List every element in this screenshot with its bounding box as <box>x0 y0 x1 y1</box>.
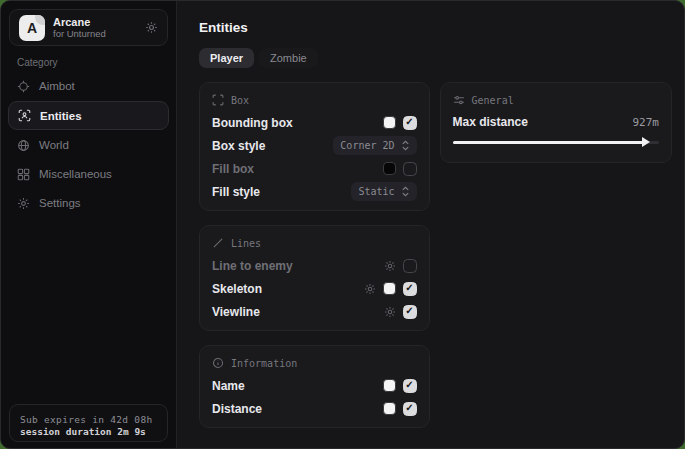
setting-label: Fill style <box>212 185 260 199</box>
box-style-dropdown[interactable]: Corner 2D <box>333 136 416 155</box>
section-title: General <box>472 95 514 106</box>
app-header-card: A Arcane for Unturned <box>9 9 168 46</box>
app-window: A Arcane for Unturned Category <box>0 0 685 449</box>
app-titles: Arcane for Unturned <box>53 16 106 39</box>
color-swatch[interactable] <box>383 402 396 415</box>
sidebar-item-label: World <box>39 139 69 151</box>
dropdown-value: Static <box>358 186 394 197</box>
box-section: Box Bounding box Box style Cor <box>199 82 430 211</box>
dropdown-value: Corner 2D <box>340 140 394 151</box>
general-section: General Max distance 927m <box>440 82 672 163</box>
setting-label: Max distance <box>453 115 528 129</box>
setting-label: Box style <box>212 139 265 153</box>
header-gear-icon[interactable] <box>145 21 158 34</box>
checkbox[interactable] <box>403 282 417 296</box>
category-label: Category <box>17 57 58 68</box>
tab-player[interactable]: Player <box>199 48 254 68</box>
sidebar-item-aimbot[interactable]: Aimbot <box>1 72 176 100</box>
fill-style-dropdown[interactable]: Static <box>351 182 416 201</box>
setting-label: Distance <box>212 402 262 416</box>
sidebar-item-settings[interactable]: Settings <box>1 189 176 217</box>
setting-label: Name <box>212 379 245 393</box>
setting-row-line-to-enemy: Line to enemy <box>212 254 417 277</box>
row-settings-gear-icon[interactable] <box>384 306 396 318</box>
gear-icon <box>17 197 30 210</box>
sidebar-item-entities[interactable]: Entities <box>8 101 169 130</box>
checkbox[interactable] <box>403 116 417 130</box>
setting-row-box-style: Box style Corner 2D <box>212 134 417 157</box>
setting-label: Line to enemy <box>212 259 293 273</box>
setting-label: Fill box <box>212 162 254 176</box>
info-icon <box>212 357 224 369</box>
section-title: Box <box>231 95 249 106</box>
sidebar: A Arcane for Unturned Category <box>1 1 177 448</box>
setting-row-distance: Distance <box>212 397 417 420</box>
grid-icon <box>17 168 30 181</box>
setting-row-bounding-box: Bounding box <box>212 111 417 134</box>
setting-row-fill-style: Fill style Static <box>212 180 417 203</box>
scan-icon <box>18 109 31 122</box>
setting-row-max-distance: Max distance 927m <box>453 111 659 133</box>
setting-label: Bounding box <box>212 116 293 130</box>
row-settings-gear-icon[interactable] <box>364 283 376 295</box>
box-corners-icon <box>212 94 224 106</box>
color-swatch[interactable] <box>383 282 396 295</box>
sidebar-item-world[interactable]: World <box>1 131 176 159</box>
max-distance-value: 927m <box>633 116 660 129</box>
subscription-card: Sub expires in 42d 08h session duration … <box>9 404 168 442</box>
app-name: Arcane <box>53 16 106 28</box>
max-distance-slider[interactable] <box>453 135 659 149</box>
sidebar-item-label: Miscellaneous <box>39 168 112 180</box>
chevron-updown-icon <box>401 186 410 197</box>
checkbox[interactable] <box>403 379 417 393</box>
chevron-updown-icon <box>401 140 410 151</box>
sidebar-item-label: Entities <box>40 110 82 122</box>
tab-zombie[interactable]: Zombie <box>259 48 318 68</box>
section-title: Lines <box>231 238 261 249</box>
row-settings-gear-icon[interactable] <box>384 260 396 272</box>
lines-section: Lines Line to enemy <box>199 225 430 331</box>
color-swatch[interactable] <box>383 116 396 129</box>
color-swatch[interactable] <box>383 379 396 392</box>
session-duration-text: session duration 2m 9s <box>20 426 157 437</box>
color-swatch[interactable] <box>383 162 396 175</box>
app-logo-letter: A <box>27 20 37 36</box>
app-logo: A <box>19 15 45 41</box>
setting-row-skeleton: Skeleton <box>212 277 417 300</box>
sub-expires-text: Sub expires in 42d 08h <box>20 414 157 425</box>
main-content: Entities Player Zombie Box <box>178 1 684 448</box>
slider-fill <box>453 141 644 144</box>
globe-icon <box>17 139 30 152</box>
sidebar-item-miscellaneous[interactable]: Miscellaneous <box>1 160 176 188</box>
checkbox[interactable] <box>403 402 417 416</box>
setting-row-name: Name <box>212 374 417 397</box>
sidebar-nav: Aimbot Entities <box>1 71 176 218</box>
slider-thumb[interactable] <box>642 137 650 147</box>
sidebar-item-label: Aimbot <box>39 80 75 92</box>
checkbox[interactable] <box>403 162 417 176</box>
setting-row-viewline: Viewline <box>212 300 417 323</box>
crosshair-icon <box>17 80 30 93</box>
sidebar-item-label: Settings <box>39 197 81 209</box>
information-section: Information Name Distance <box>199 345 430 428</box>
setting-label: Skeleton <box>212 282 262 296</box>
page-title: Entities <box>199 20 672 35</box>
setting-row-fill-box: Fill box <box>212 157 417 180</box>
checkbox[interactable] <box>403 259 417 273</box>
sliders-icon <box>453 94 465 106</box>
section-title: Information <box>231 358 297 369</box>
app-subtitle: for Unturned <box>53 28 106 39</box>
setting-label: Viewline <box>212 305 260 319</box>
diagonal-line-icon <box>212 237 224 249</box>
tab-bar: Player Zombie <box>199 48 672 68</box>
checkbox[interactable] <box>403 305 417 319</box>
